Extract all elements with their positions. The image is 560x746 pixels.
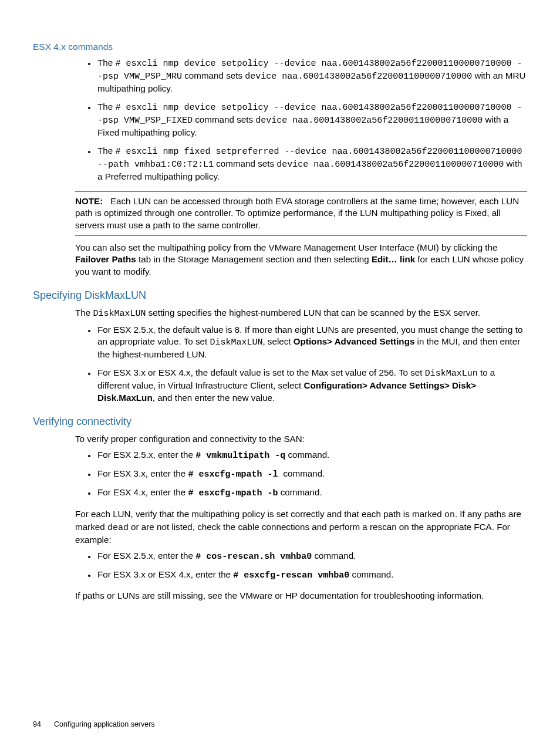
note-label: NOTE: bbox=[75, 196, 103, 206]
text: For ESX 4.x, enter the bbox=[97, 487, 188, 497]
list-item: For ESX 3.x, enter the # esxcfg-mpath -l… bbox=[96, 468, 527, 481]
list-item: The # esxcli nmp device setpolicy --devi… bbox=[96, 101, 527, 139]
code: # esxcfg-rescan vmhba0 bbox=[233, 571, 349, 580]
paragraph: You can also set the multipathing policy… bbox=[75, 242, 527, 278]
divider bbox=[75, 235, 527, 236]
code: device naa.6001438002a56f220001100000710… bbox=[276, 160, 504, 170]
list-item: The # esxcli nmp device setpolicy --devi… bbox=[96, 57, 527, 95]
list-item: For ESX 2.5.x, the default value is 8. I… bbox=[96, 324, 527, 361]
text: command. bbox=[349, 569, 393, 579]
code: DiskMaxLUN bbox=[210, 337, 262, 347]
list-item: The # esxcli nmp fixed setpreferred --de… bbox=[96, 145, 527, 183]
verify-command-list-1: For ESX 2.5.x, enter the # vmkmultipath … bbox=[76, 449, 527, 500]
text: The bbox=[97, 58, 115, 67]
bold-text: Options> Advanced Settings bbox=[294, 336, 415, 346]
paragraph: If paths or LUNs are still missing, see … bbox=[75, 590, 527, 602]
text: For each LUN, verify that the multipathi… bbox=[75, 509, 444, 519]
code: device naa.6001438002a56f220001100000710… bbox=[255, 116, 483, 126]
note-block: NOTE: Each LUN can be accessed through b… bbox=[75, 195, 527, 232]
verify-command-list-2: For ESX 2.5.x, enter the # cos-rescan.sh… bbox=[76, 550, 527, 582]
text: command. bbox=[285, 450, 329, 460]
section-heading-diskmaxlun: Specifying DiskMaxLUN bbox=[33, 288, 527, 302]
code: # esxcfg-mpath -l bbox=[188, 470, 283, 480]
text: For ESX 2.5.x, enter the bbox=[97, 551, 195, 561]
text: command sets bbox=[182, 70, 245, 80]
bold-text: Failover Paths bbox=[75, 254, 136, 264]
text: command. bbox=[312, 551, 356, 561]
list-item: For ESX 3.x or ESX 4.x, enter the # esxc… bbox=[96, 569, 527, 582]
code: # cos-rescan.sh vmhba0 bbox=[195, 552, 312, 562]
list-item: For ESX 3.x or ESX 4.x, the default valu… bbox=[96, 367, 527, 404]
code: device naa.6001438002a56f220001100000710… bbox=[245, 72, 472, 82]
text: For ESX 2.5.x, enter the bbox=[97, 450, 195, 460]
text: command sets bbox=[193, 114, 255, 124]
text: For ESX 3.x or ESX 4.x, enter the bbox=[97, 569, 233, 579]
note-body: Each LUN can be accessed through both EV… bbox=[75, 196, 519, 230]
text: command sets bbox=[214, 158, 276, 168]
code: dead bbox=[107, 523, 129, 533]
text: tab in the Storage Management section an… bbox=[136, 254, 372, 264]
diskmaxlun-list: For ESX 2.5.x, the default value is 8. I… bbox=[76, 324, 527, 404]
list-item: For ESX 4.x, enter the # esxcfg-mpath -b… bbox=[96, 487, 527, 499]
text: , select bbox=[262, 336, 293, 346]
page-footer: 94Configuring application servers bbox=[33, 720, 155, 730]
paragraph: To verify proper configuration and conne… bbox=[75, 433, 527, 445]
section-heading-verifying: Verifying connectivity bbox=[33, 414, 527, 428]
text: , and then enter the new value. bbox=[153, 393, 275, 403]
page-number: 94 bbox=[33, 720, 54, 730]
text: For ESX 3.x or ESX 4.x, the default valu… bbox=[97, 367, 425, 377]
list-item: For ESX 2.5.x, enter the # vmkmultipath … bbox=[96, 449, 527, 462]
code: DiskMaxLUN bbox=[93, 309, 146, 319]
paragraph: The DiskMaxLUN setting specifies the hig… bbox=[75, 307, 527, 320]
subheading-esx4x: ESX 4.x commands bbox=[33, 41, 527, 53]
esx4x-command-list: The # esxcli nmp device setpolicy --devi… bbox=[76, 57, 527, 183]
code: # esxcfg-mpath -b bbox=[188, 488, 278, 498]
code: on bbox=[444, 510, 455, 520]
list-item: For ESX 2.5.x, enter the # cos-rescan.sh… bbox=[96, 550, 527, 563]
bold-text: Edit… link bbox=[372, 254, 415, 264]
text: or are not listed, check the cable conne… bbox=[75, 522, 510, 545]
text: You can also set the multipathing policy… bbox=[75, 242, 498, 252]
code: DiskMaxLun bbox=[425, 369, 478, 379]
code: # vmkmultipath -q bbox=[195, 451, 285, 461]
divider bbox=[75, 191, 527, 192]
footer-title: Configuring application servers bbox=[54, 720, 155, 728]
text: For ESX 3.x, enter the bbox=[97, 468, 188, 478]
text: setting specifies the highest-numbered L… bbox=[146, 308, 480, 318]
text: The bbox=[97, 102, 115, 112]
text: command. bbox=[278, 487, 322, 497]
text: The bbox=[75, 308, 93, 318]
paragraph: For each LUN, verify that the multipathi… bbox=[75, 508, 527, 546]
text: command. bbox=[284, 468, 325, 478]
text: The bbox=[97, 146, 115, 156]
